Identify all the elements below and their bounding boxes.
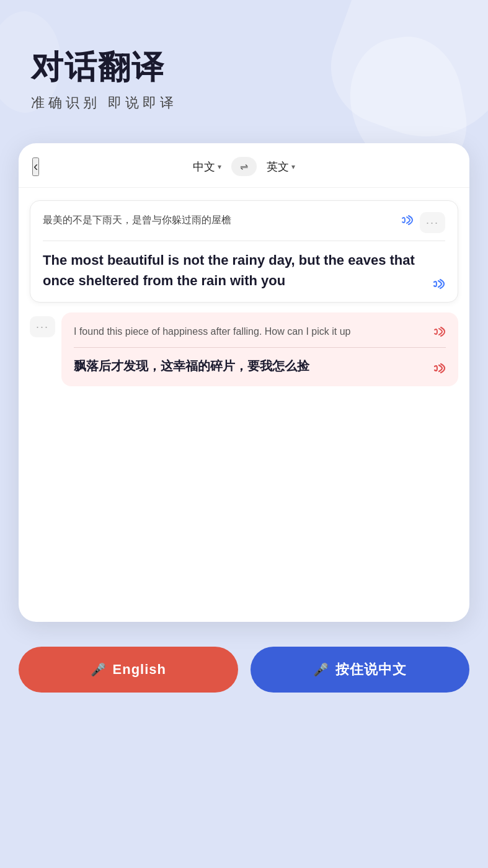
message-bubble-2: I found this piece of happiness after fa… [61,312,458,386]
lang-left-arrow: ▾ [218,162,221,171]
lang-left-selector[interactable]: 中文 ▾ [193,159,221,174]
lang-right-selector[interactable]: 英文 ▾ [267,159,295,174]
lang-right-arrow: ▾ [291,162,295,171]
swap-button[interactable]: ⇌ [231,157,257,176]
message-bubble-2-wrapper: ··· I found this piece of happiness afte… [30,312,458,386]
sound-icon-2[interactable] [431,325,446,339]
lang-right-label: 英文 [267,159,289,174]
nav-bar: ‹ 中文 ▾ ⇌ 英文 ▾ [19,143,469,188]
message-2-translated-text: 飘落后才发现，这幸福的碎片，要我怎么捡 [74,356,425,375]
more-dots-2: ··· [36,321,49,332]
message-1-original-text: 最美的不是下雨天，是曾与你躲过雨的屋檐 [43,212,393,228]
message-1-translated: The most beautiful is not the rainy day,… [43,250,445,291]
english-button-label: English [113,662,166,678]
chinese-mic-icon: 🎤 [313,662,329,677]
sound-icon-2-translated[interactable] [431,361,446,375]
message-2-original: I found this piece of happiness after fa… [74,324,446,348]
message-bubble-1: 最美的不是下雨天，是曾与你躲过雨的屋檐 ··· The most beautif… [30,200,458,303]
message-2-more-button[interactable]: ··· [30,316,55,337]
sound-icon-1-translated[interactable] [430,277,445,291]
message-2-original-text: I found this piece of happiness after fa… [74,324,425,340]
chinese-button-label: 按住说中文 [335,660,407,679]
page-subtitle: 准确识别 即说即译 [31,94,457,112]
header: 对话翻译 准确识别 即说即译 [0,0,488,137]
english-mic-button[interactable]: 🎤 English [19,647,238,693]
more-dots-1: ··· [426,217,439,228]
page-title: 对话翻译 [31,50,457,85]
message-1-original: 最美的不是下雨天，是曾与你躲过雨的屋檐 ··· [43,212,445,241]
message-1-more-button[interactable]: ··· [420,212,445,233]
lang-left-label: 中文 [193,159,215,174]
chinese-mic-button[interactable]: 🎤 按住说中文 [251,647,470,693]
bottom-buttons: 🎤 English 🎤 按住说中文 [0,628,488,724]
back-button[interactable]: ‹ [32,157,39,176]
main-card: ‹ 中文 ▾ ⇌ 英文 ▾ 最美的不是下雨天，是曾与你躲过雨的屋檐 [19,143,469,622]
sound-icon-1[interactable] [399,213,414,227]
chat-area: 最美的不是下雨天，是曾与你躲过雨的屋檐 ··· The most beautif… [19,188,469,622]
message-2-translated: 飘落后才发现，这幸福的碎片，要我怎么捡 [74,356,446,375]
message-1-translated-text: The most beautiful is not the rainy day,… [43,250,424,291]
english-mic-icon: 🎤 [91,662,107,677]
language-selector: 中文 ▾ ⇌ 英文 ▾ [193,157,295,176]
